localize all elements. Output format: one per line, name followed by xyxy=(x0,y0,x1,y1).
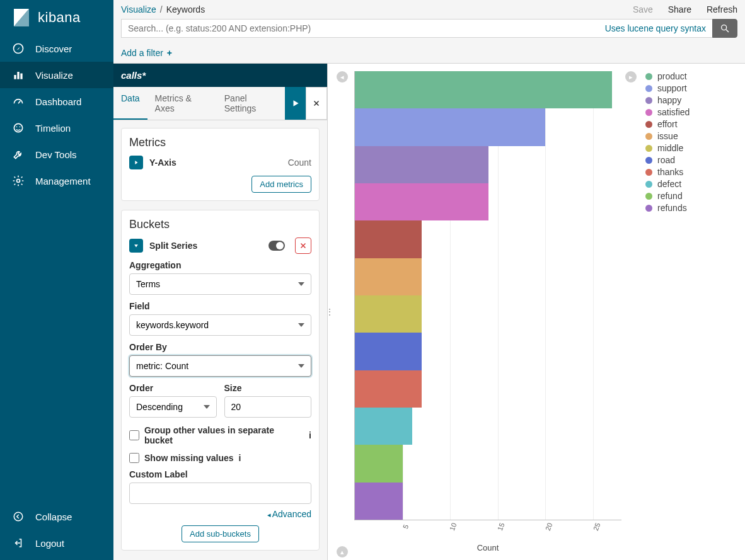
legend-item[interactable]: refund xyxy=(645,191,734,201)
sidebar-collapse[interactable]: Collapse xyxy=(0,503,113,530)
bucket-remove-button[interactable] xyxy=(295,237,311,254)
svg-point-9 xyxy=(16,127,18,128)
chart-bar[interactable] xyxy=(355,258,621,295)
size-input[interactable] xyxy=(224,396,312,418)
sidebar-item-visualize[interactable]: Visualize xyxy=(0,62,113,88)
info-icon[interactable]: i xyxy=(309,430,311,440)
custom-label-input[interactable] xyxy=(129,483,311,504)
chart-bar[interactable] xyxy=(355,445,621,482)
legend-label: middle xyxy=(657,143,683,153)
metric-toggle[interactable] xyxy=(129,156,143,169)
save-button[interactable]: Save xyxy=(633,4,653,14)
legend-item[interactable]: middle xyxy=(645,143,734,153)
svg-marker-3 xyxy=(17,47,20,50)
legend-item[interactable]: issue xyxy=(645,131,734,141)
legend-item[interactable]: road xyxy=(645,155,734,165)
apply-changes-button[interactable] xyxy=(285,87,306,120)
chart-bar[interactable] xyxy=(355,408,621,445)
legend-item[interactable]: defect xyxy=(645,179,734,189)
group-other-checkbox[interactable] xyxy=(129,430,139,440)
breadcrumb-root[interactable]: Visualize xyxy=(121,4,156,14)
chart-bar[interactable] xyxy=(355,220,621,258)
chart-bar[interactable] xyxy=(355,370,621,408)
chart-nav-right[interactable]: ▸ xyxy=(625,71,637,83)
aggregation-label: Aggregation xyxy=(129,260,311,270)
field-label: Field xyxy=(129,301,311,311)
logo: kibana xyxy=(0,0,113,35)
legend-label: effort xyxy=(657,119,678,129)
order-by-select[interactable]: metric: Count xyxy=(129,355,311,377)
chart-nav-up[interactable]: ▴ xyxy=(337,546,348,557)
chart-bar[interactable] xyxy=(355,108,621,146)
play-icon xyxy=(291,99,300,108)
order-label: Order xyxy=(129,383,217,393)
add-metrics-button[interactable]: Add metrics xyxy=(251,176,311,193)
bar-chart-icon xyxy=(11,68,25,82)
refresh-button[interactable]: Refresh xyxy=(707,4,737,14)
legend-item[interactable]: product xyxy=(645,71,734,81)
svg-point-12 xyxy=(14,512,23,521)
chart-bar[interactable] xyxy=(355,71,621,108)
sidebar-item-management[interactable]: Management xyxy=(0,168,113,194)
chart-bar[interactable] xyxy=(355,333,621,370)
sidebar-logout[interactable]: Logout xyxy=(0,530,113,556)
sidebar-item-dashboard[interactable]: Dashboard xyxy=(0,88,113,115)
legend-item[interactable]: thanks xyxy=(645,167,734,177)
legend-dot-icon xyxy=(645,157,652,164)
add-filter-link[interactable]: Add a filter + xyxy=(121,48,172,58)
tab-metrics-axes[interactable]: Metrics & Axes xyxy=(147,87,217,120)
svg-marker-16 xyxy=(293,100,298,106)
tab-panel-settings[interactable]: Panel Settings xyxy=(217,87,285,120)
sidebar-item-timelion[interactable]: Timelion xyxy=(0,115,113,141)
custom-label-label: Custom Label xyxy=(129,469,311,479)
svg-rect-6 xyxy=(20,74,22,79)
legend-dot-icon xyxy=(645,85,652,92)
sidebar: kibana Discover Visualize Dashboard Time… xyxy=(0,0,113,560)
bucket-enable-toggle[interactable] xyxy=(269,241,285,251)
chart-bars xyxy=(354,71,621,520)
legend-item[interactable]: happy xyxy=(645,95,734,105)
share-button[interactable]: Share xyxy=(668,4,691,14)
legend-label: issue xyxy=(657,131,678,141)
sidebar-item-discover[interactable]: Discover xyxy=(0,35,113,62)
sidebar-item-label: Dashboard xyxy=(35,96,81,107)
info-icon[interactable]: i xyxy=(239,453,241,463)
x-tick: 25 xyxy=(591,522,601,532)
chart-bar[interactable] xyxy=(355,295,621,333)
gauge-icon xyxy=(11,94,25,108)
legend-item[interactable]: satisfied xyxy=(645,107,734,117)
search-button[interactable] xyxy=(712,19,737,38)
metric-yaxis-value: Count xyxy=(288,157,311,168)
breadcrumb: Visualize / Keywords Save Share Refresh xyxy=(113,0,745,19)
advanced-toggle[interactable]: Advanced xyxy=(129,509,311,519)
chart-bar[interactable] xyxy=(355,183,621,220)
close-icon xyxy=(299,242,307,249)
logout-icon xyxy=(11,536,25,550)
aggregation-select[interactable]: Terms xyxy=(129,273,311,295)
show-missing-checkbox[interactable] xyxy=(129,453,139,463)
gear-icon xyxy=(11,174,25,188)
wrench-icon xyxy=(11,147,25,161)
sidebar-item-label: Timelion xyxy=(35,123,71,134)
legend-item[interactable]: refunds xyxy=(645,203,734,213)
chart-bar[interactable] xyxy=(355,146,621,183)
chart-legend: productsupporthappysatisfiedeffortissuem… xyxy=(639,69,740,555)
order-select[interactable]: Descending xyxy=(129,396,217,418)
bucket-toggle[interactable] xyxy=(129,239,143,253)
chart-bar[interactable] xyxy=(355,483,621,520)
buckets-title: Buckets xyxy=(129,218,311,231)
legend-item[interactable]: support xyxy=(645,83,734,93)
svg-marker-19 xyxy=(135,161,137,164)
sidebar-item-label: Visualize xyxy=(35,70,73,81)
breadcrumb-current: Keywords xyxy=(166,4,205,14)
chart-nav-left[interactable]: ◂ xyxy=(337,71,348,83)
legend-dot-icon xyxy=(645,181,652,188)
discard-changes-button[interactable] xyxy=(306,87,327,120)
field-select[interactable]: keywords.keyword xyxy=(129,314,311,336)
add-sub-buckets-button[interactable]: Add sub-buckets xyxy=(182,525,259,542)
legend-item[interactable]: effort xyxy=(645,119,734,129)
svg-point-14 xyxy=(722,25,727,30)
tab-data[interactable]: Data xyxy=(113,87,147,120)
sidebar-item-devtools[interactable]: Dev Tools xyxy=(0,141,113,168)
search-input[interactable] xyxy=(121,19,712,38)
